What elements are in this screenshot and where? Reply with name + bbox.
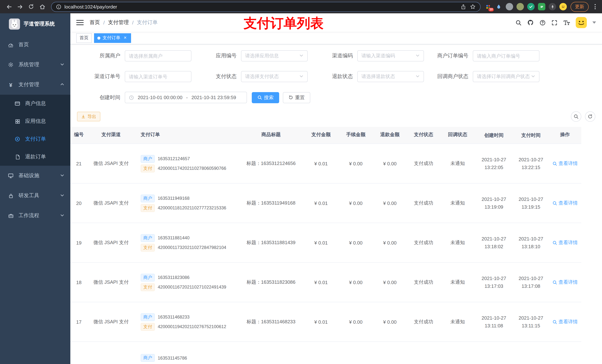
view-detail-link[interactable]: 查看详情 [552,239,578,246]
cell-pay-time: 2021-10-2713:19:15 [513,195,549,211]
user-avatar[interactable] [576,17,587,28]
view-detail-link[interactable]: 查看详情 [552,200,578,207]
document-icon [14,154,21,160]
screen: localhost:1024/pay/order 10 [0,0,602,364]
cell-notify: 未通知 [441,319,475,325]
pin-extension-icon[interactable] [549,3,556,10]
cell-actions: 查看详情 [549,319,581,325]
extensions-collection-icon[interactable]: 10 [484,3,492,10]
active-tab-dot [97,36,100,39]
notify-status-label: 回调商户状态 [424,73,473,80]
reset-button[interactable]: 重置 [283,92,310,103]
cell-status: 支付成功 [407,279,441,286]
sidebar-item-home[interactable]: 首页 [0,35,70,55]
app-no-label: 应用编号 [191,52,241,59]
cell-fee: ¥ 0.00 [338,319,373,325]
cell-title: 标题：1635311881439 [238,239,304,246]
search-icon[interactable] [515,20,522,26]
cell-create-time: 2021-10-2713:17:03 [475,274,513,290]
app-logo: 芋道管理系统 [0,13,70,35]
extension-emoji-icon[interactable] [559,3,567,10]
extension-drop-icon[interactable] [495,3,502,10]
browser-menu-icon[interactable] [592,4,598,9]
breadcrumb-pay[interactable]: 支付管理 [108,19,129,26]
sidebar-item-infra[interactable]: 基础设施 [0,166,70,186]
chevron-down-icon [60,213,64,219]
cell-fee: ¥ 0.00 [338,240,373,246]
cell-status: 支付成功 [407,160,441,167]
toggle-search-button[interactable] [571,111,581,122]
breadcrumb-home[interactable]: 首页 [90,19,100,26]
extension-check-icon[interactable] [527,3,535,10]
table-row: 18 微信 JSAPI 支付 商户 1635311823086 支付 [70,263,581,302]
forward-button[interactable] [15,1,25,12]
cell-order: 商户 1635312124657 支付 42000011742021102780… [135,153,238,174]
sidebar-item-pay[interactable]: ¥ 支付管理 [0,75,70,95]
pay-status-select[interactable]: 请选择支付状态 [241,71,308,82]
sidebar-item-pay-order[interactable]: 支付订单 [0,130,70,148]
tab-pay-order[interactable]: 支付订单 × [94,33,131,43]
table-row: 21 微信 JSAPI 支付 商户 1635312124657 支付 [70,144,581,184]
url-bar[interactable]: localhost:1024/pay/order [51,2,481,12]
export-button[interactable]: 导出 [77,112,100,121]
annotation-title: 支付订单列表 [244,14,323,32]
create-time-range-picker[interactable]: 2021-10-01 00:00:00 - 2021-10-31 23:59:5… [125,92,247,103]
back-button[interactable] [4,1,14,12]
view-detail-link[interactable]: 查看详情 [552,279,578,286]
site-info-icon[interactable] [56,4,62,10]
cell-channel: 微信 JSAPI 支付 [87,239,135,246]
view-detail-link[interactable]: 查看详情 [552,160,578,167]
sidebar-item-dev-tools[interactable]: 研发工具 [0,186,70,206]
tab-home[interactable]: 首页 [76,33,92,43]
font-size-icon[interactable] [563,20,570,26]
cell-order: 商户 1635311468233 支付 42000011942021102767… [135,312,238,333]
github-icon[interactable] [527,19,534,26]
view-detail-link[interactable]: 查看详情 [552,319,578,325]
app-no-select[interactable]: 请选择应用信息 [241,50,308,62]
cell-refund: ¥ 0.00 [373,240,407,246]
sidebar-item-refund-order[interactable]: 退款订单 [0,148,70,166]
merchant-order-no: 1635311881440 [158,235,190,241]
dashboard-icon [7,42,14,48]
sidebar: 芋道管理系统 首页 系统管理 ¥ 支付管理 商户信息 [0,13,70,364]
channel-order-no-input[interactable] [125,71,191,82]
cell-notify: 未通知 [441,239,475,246]
sidebar-item-app-info[interactable]: 应用信息 [0,113,70,130]
reload-button[interactable] [26,1,36,12]
table-toolbar: 导出 [77,111,595,122]
bookmark-star-icon[interactable] [470,4,476,10]
refresh-button[interactable] [585,111,595,122]
notify-status-select[interactable]: 请选择订单回调商户状态 [473,71,539,82]
share-icon[interactable] [461,4,466,10]
merchant-order-no-input[interactable] [473,50,539,62]
help-icon[interactable] [539,20,546,26]
avatar-caret-down-icon[interactable] [592,21,596,24]
sidebar-item-system[interactable]: 系统管理 [0,55,70,75]
cell-actions: 查看详情 [549,239,581,246]
tab-close-icon[interactable]: × [123,35,128,41]
cell-title: 标题：1635311468233 [238,319,304,325]
cell-create-time: 2021-10-2713:22:05 [475,156,513,172]
cell-channel: 微信 JSAPI 支付 [87,279,135,286]
refund-status-select[interactable]: 请选择退款状态 [357,71,424,82]
breadcrumb: 首页 / 支付管理 / 支付订单 [90,19,158,26]
merchant-input[interactable] [125,50,191,62]
sidebar-item-workflow[interactable]: 工作流程 [0,206,70,226]
chevron-down-icon [60,193,64,199]
channel-code-select[interactable]: 请输入渠道编码 [357,50,424,62]
partial-table-row: 商户 163531145786 [70,342,581,364]
extension-gray-icon[interactable] [506,3,513,10]
grid-icon [14,119,21,124]
search-button[interactable]: 搜索 [252,92,279,103]
sidebar-item-merchant-info[interactable]: 商户信息 [0,95,70,113]
yen-icon: ¥ [7,82,14,88]
cell-fee: ¥ 0.00 [338,280,373,285]
cell-channel: 微信 JSAPI 支付 [87,319,135,325]
home-button[interactable] [37,1,47,12]
fullscreen-icon[interactable] [551,20,558,26]
sidebar-toggle-icon[interactable] [76,20,84,25]
browser-update-button[interactable]: 更新 [570,2,589,12]
extension-olive-icon[interactable] [516,3,524,10]
cell-title: 标题：1635311949168 [238,200,304,207]
extension-notes-icon[interactable] [538,3,545,10]
